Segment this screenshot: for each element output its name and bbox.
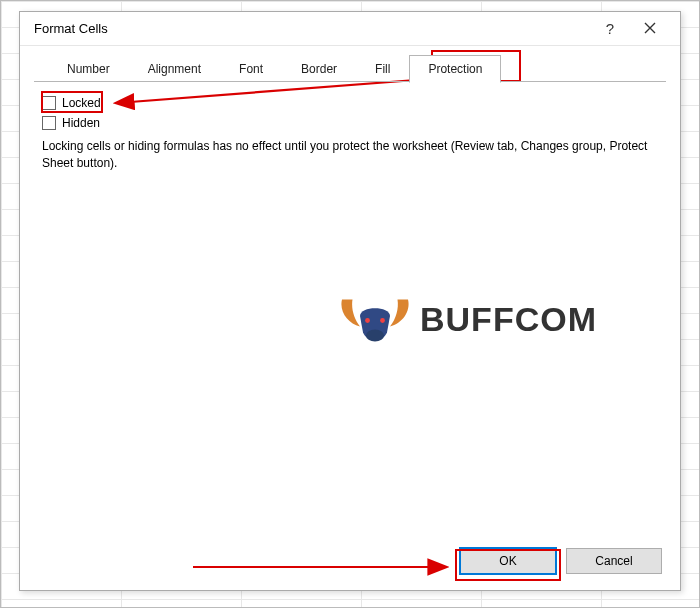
watermark-brand-text: BUFFCOM (420, 300, 597, 339)
svg-point-2 (366, 330, 384, 342)
cancel-button-label: Cancel (595, 554, 632, 568)
tab-protection[interactable]: Protection (409, 55, 501, 83)
tab-strip: Number Alignment Font Border Fill Protec… (20, 46, 680, 82)
help-button[interactable]: ? (590, 15, 630, 43)
protection-description: Locking cells or hiding formulas has no … (42, 138, 654, 173)
hidden-row: Hidden (42, 116, 658, 130)
svg-point-4 (380, 318, 385, 323)
bull-logo-icon (336, 289, 414, 349)
hidden-checkbox[interactable] (42, 116, 56, 130)
tab-fill[interactable]: Fill (356, 55, 409, 83)
close-icon (644, 20, 656, 37)
hidden-label: Hidden (62, 116, 100, 130)
locked-checkbox[interactable] (42, 96, 56, 110)
tab-underline (34, 81, 666, 82)
svg-point-3 (365, 318, 370, 323)
tab-number[interactable]: Number (48, 55, 129, 83)
watermark: BUFFCOM (336, 289, 597, 349)
close-button[interactable] (630, 15, 670, 43)
locked-row: Locked (42, 96, 658, 110)
dialog-title: Format Cells (34, 21, 590, 36)
ok-button-label: OK (499, 554, 516, 568)
tab-border[interactable]: Border (282, 55, 356, 83)
ok-button[interactable]: OK (460, 548, 556, 574)
dialog-titlebar: Format Cells ? (20, 12, 680, 46)
dialog-footer: OK Cancel (20, 536, 680, 590)
cancel-button[interactable]: Cancel (566, 548, 662, 574)
tab-font[interactable]: Font (220, 55, 282, 83)
locked-label: Locked (62, 96, 101, 110)
help-icon: ? (606, 20, 614, 37)
tab-alignment[interactable]: Alignment (129, 55, 220, 83)
